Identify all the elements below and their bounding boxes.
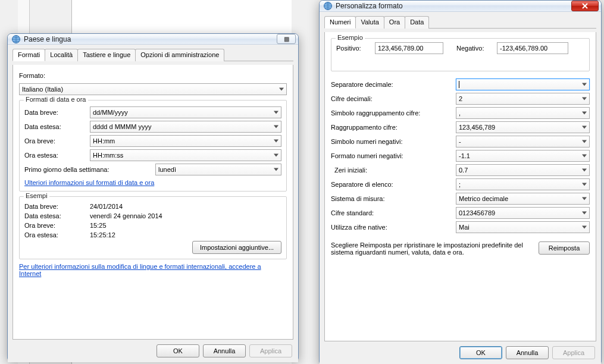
date-format-help-link[interactable]: Ulteriori informazioni sul formati di da… xyxy=(24,179,154,186)
customize-format-dialog: Personalizza formato Numeri Valuta Ora D… xyxy=(319,0,602,364)
value: 24/01/2014 xyxy=(90,203,281,210)
label: Simbolo numeri negativi: xyxy=(331,138,456,145)
label: Formato numeri negativi: xyxy=(331,152,456,159)
cancel-button[interactable]: Annulla xyxy=(506,346,549,359)
tabpanel-numeri: Esempio Positivo: 123,456,789.00 Negativ… xyxy=(324,32,596,341)
label: Data estesa: xyxy=(24,123,90,130)
dialog-body: Formati Località Tastiere e lingue Opzio… xyxy=(8,45,298,362)
reset-button[interactable]: Reimposta xyxy=(539,241,590,255)
grouping-symbol-combo[interactable]: , xyxy=(456,107,590,119)
globe-icon xyxy=(323,1,333,11)
tab-numeri[interactable]: Numeri xyxy=(324,16,356,29)
dialog-title: Paese e lingua xyxy=(24,35,276,43)
val: lunedì xyxy=(158,166,176,173)
close-icon xyxy=(581,3,589,9)
label: Separatore di elenco: xyxy=(331,181,456,188)
value: 15:25 xyxy=(90,222,281,229)
group-legend: Esempi xyxy=(24,192,49,199)
val: 123,456,789 xyxy=(459,124,495,131)
ok-button[interactable]: OK xyxy=(459,346,502,359)
label: Cifre standard: xyxy=(331,209,456,216)
dialog-body: Numeri Valuta Ora Data Esempio Positivo:… xyxy=(320,12,601,364)
caret-icon xyxy=(459,81,459,88)
negative-format-combo[interactable]: -1.1 xyxy=(456,150,590,162)
short-date-combo[interactable]: dd/MM/yyyy xyxy=(90,106,281,118)
help-button[interactable]: ▩ xyxy=(277,34,296,44)
tab-ora[interactable]: Ora xyxy=(384,16,405,29)
tabpanel-formati: Formato: Italiano (Italia) Formati di da… xyxy=(12,65,293,340)
globe-icon xyxy=(11,34,21,44)
positive-example: 123,456,789.00 xyxy=(375,42,443,54)
val: Metrico decimale xyxy=(459,195,508,202)
short-time-combo[interactable]: HH:mm xyxy=(90,135,281,147)
label: Zeri iniziali: xyxy=(331,167,456,174)
formato-row: Formato: xyxy=(19,72,287,81)
tab-tastiere[interactable]: Tastiere e lingue xyxy=(77,49,136,61)
val: ; xyxy=(459,181,461,188)
label: Data estesa: xyxy=(24,212,90,219)
ok-button[interactable]: OK xyxy=(157,344,199,357)
val: 0123456789 xyxy=(459,209,495,216)
formato-combo[interactable]: Italiano (Italia) xyxy=(19,83,287,95)
negative-symbol-combo[interactable]: - xyxy=(456,136,590,148)
label: Ora breve: xyxy=(24,137,90,145)
label: Sistema di misura: xyxy=(331,195,456,202)
formato-label: Formato: xyxy=(19,72,45,79)
label: Simbolo raggruppamento cifre: xyxy=(331,109,456,117)
long-time-combo[interactable]: HH:mm:ss xyxy=(90,149,281,161)
examples-group: Esempi Data breve:24/01/2014 Data estesa… xyxy=(19,196,287,259)
date-time-formats-group: Formati di data e ora Data breve:dd/MM/y… xyxy=(19,100,287,192)
additional-settings-button[interactable]: Impostazioni aggiuntive... xyxy=(192,241,281,254)
label: Ora estesa: xyxy=(24,231,90,239)
val: - xyxy=(459,138,461,145)
label: Separatore decimale: xyxy=(331,81,456,88)
digit-grouping-combo[interactable]: 123,456,789 xyxy=(456,121,590,133)
tab-valuta[interactable]: Valuta xyxy=(355,16,384,29)
titlebar[interactable]: Paese e lingua ▩ xyxy=(8,34,298,45)
measurement-system-combo[interactable]: Metrico decimale xyxy=(456,193,590,205)
val: 123,456,789.00 xyxy=(378,45,423,52)
decimal-digits-combo[interactable]: 2 xyxy=(456,93,590,105)
tab-localita[interactable]: Località xyxy=(45,49,78,61)
positive-label: Positivo: xyxy=(336,45,369,52)
dialog-buttons: OK Annulla Applica xyxy=(324,341,596,359)
decimal-separator-combo[interactable] xyxy=(456,79,590,90)
long-date-combo[interactable]: dddd d MMMM yyyy xyxy=(90,121,281,133)
val: , xyxy=(459,109,461,117)
cancel-button[interactable]: Annulla xyxy=(203,344,246,357)
val: 0.7 xyxy=(459,167,468,174)
tab-data[interactable]: Data xyxy=(405,16,429,29)
label: Data breve: xyxy=(24,109,90,116)
val: -1.1 xyxy=(459,152,470,159)
formato-value: Italiano (Italia) xyxy=(22,86,63,93)
negative-example: -123,456,789.00 xyxy=(497,42,568,54)
tabs: Formati Località Tastiere e lingue Opzio… xyxy=(12,48,293,61)
negative-label: Negativo: xyxy=(456,45,491,52)
group-legend: Formati di data e ora xyxy=(24,96,88,103)
label: Data breve: xyxy=(24,203,90,210)
tab-formati[interactable]: Formati xyxy=(12,49,45,61)
leading-zeros-combo[interactable]: 0.7 xyxy=(456,164,590,176)
tab-amministrazione[interactable]: Opzioni di amministrazione xyxy=(135,49,224,61)
first-day-combo[interactable]: lunedì xyxy=(155,164,281,175)
dialog-buttons: OK Annulla Applica xyxy=(12,340,293,357)
reset-hint: Scegliere Reimposta per ripristinare le … xyxy=(331,241,531,256)
list-separator-combo[interactable]: ; xyxy=(456,178,590,190)
val: HH:mm:ss xyxy=(93,152,123,159)
apply-button[interactable]: Applica xyxy=(552,346,595,359)
dialog-title: Personalizza formato xyxy=(336,2,571,10)
online-help-link[interactable]: Per ulteriori informazioni sulla modific… xyxy=(19,263,261,277)
titlebar[interactable]: Personalizza formato xyxy=(320,1,601,12)
apply-button[interactable]: Applica xyxy=(249,344,292,357)
label: Utilizza cifre native: xyxy=(331,224,456,231)
close-button[interactable] xyxy=(571,1,599,11)
val: dddd d MMMM yyyy xyxy=(93,123,151,130)
label: Cifre decimali: xyxy=(331,95,456,102)
standard-digits-combo[interactable]: 0123456789 xyxy=(456,207,590,219)
label: Ora breve: xyxy=(24,222,90,229)
val: 2 xyxy=(459,95,462,102)
label: Raggruppamento cifre: xyxy=(331,124,456,131)
val: HH:mm xyxy=(93,137,115,145)
value: 15:25:12 xyxy=(90,231,281,239)
native-digits-combo[interactable]: Mai xyxy=(456,221,590,233)
